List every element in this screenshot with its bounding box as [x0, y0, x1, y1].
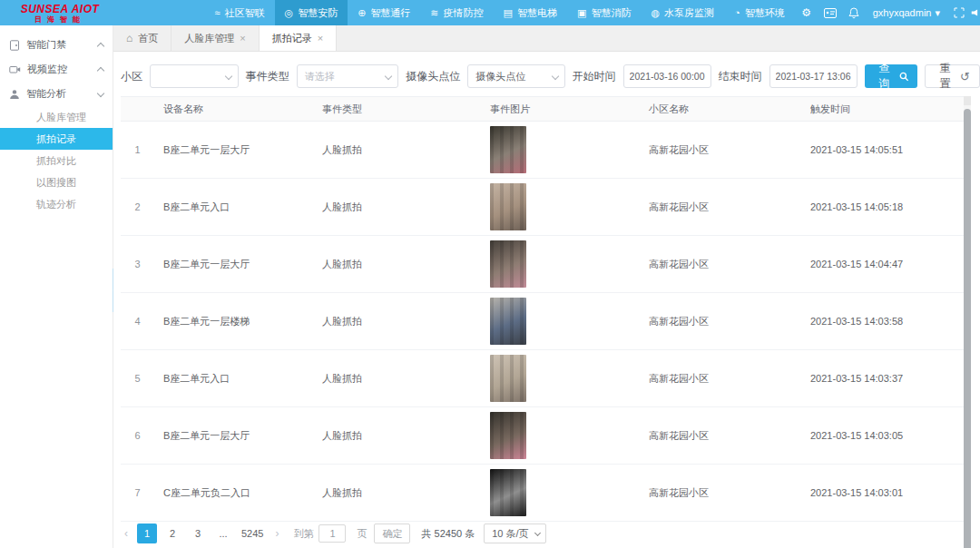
sidebar-group-door-access[interactable]: 智能门禁 — [0, 33, 113, 57]
page-ellipsis[interactable]: ... — [213, 524, 233, 543]
community-cell: 高新花园小区 — [640, 179, 801, 235]
scrollbar-thumb[interactable] — [964, 109, 971, 548]
start-time-input[interactable] — [623, 64, 711, 88]
nav-item-smart-elevator[interactable]: ▤ 智慧电梯 — [494, 0, 567, 25]
nav-label: 疫情防控 — [444, 6, 484, 20]
nav-label: 智慧环境 — [745, 6, 785, 20]
end-time-input[interactable] — [769, 64, 858, 88]
nav-item-smart-fire[interactable]: ▣ 智慧消防 — [567, 0, 641, 25]
sidebar-item-image-search[interactable]: 以图搜图 — [0, 171, 113, 193]
trigger-time-cell: 2021-03-15 14:03:58 — [801, 293, 964, 349]
event-image[interactable] — [490, 355, 526, 402]
scrollbar-up-arrow[interactable] — [964, 96, 971, 105]
pump-room-icon: ◍ — [651, 7, 660, 19]
community-column-header: 小区名称 — [640, 103, 801, 116]
camera-select-value: 摄像头点位 — [475, 70, 525, 83]
event-type-select-placeholder: 请选择 — [305, 70, 335, 83]
community-cell: 高新花园小区 — [640, 293, 801, 349]
device-name-column-header: 设备名称 — [154, 103, 313, 116]
event-image-cell — [481, 465, 640, 521]
event-image[interactable] — [490, 469, 526, 516]
megaphone-icon[interactable] — [971, 0, 980, 25]
id-card-icon[interactable] — [818, 0, 842, 25]
page-button-2[interactable]: 2 — [162, 524, 182, 543]
sidebar-item-label: 以图搜图 — [36, 176, 76, 190]
nav-item-smart-environment[interactable]: ◔ 智慧环境 — [724, 0, 795, 25]
event-image[interactable] — [490, 240, 526, 288]
sidebar-group-video-monitor[interactable]: 视频监控 — [0, 57, 113, 82]
brand-logo: SUNSEA AIOT 日海智能 — [0, 2, 120, 24]
sidebar-group-label: 智能门禁 — [26, 38, 92, 52]
event-image-cell — [481, 407, 640, 464]
event-type-cell: 人脸抓拍 — [313, 407, 481, 464]
row-index: 5 — [121, 350, 154, 406]
vertical-scrollbar[interactable] — [964, 96, 971, 548]
trigger-time-cell: 2021-03-15 14:05:18 — [801, 179, 964, 235]
confirm-button[interactable]: 确定 — [374, 524, 410, 543]
event-image-cell — [481, 293, 640, 349]
gear-icon[interactable]: ⚙ — [795, 0, 818, 25]
smart-elevator-icon: ▤ — [504, 7, 513, 19]
community-cell: 高新花园小区 — [640, 350, 801, 406]
community-select[interactable] — [150, 64, 239, 88]
table-row[interactable]: 4 B座二单元一层楼梯 人脸抓拍 高新花园小区 2021-03-15 14:03… — [121, 293, 964, 350]
table-row[interactable]: 5 B座二单元入口 人脸抓拍 高新花园小区 2021-03-15 14:03:3… — [121, 350, 964, 407]
tab-capture-records[interactable]: 抓拍记录 × — [260, 25, 337, 51]
sidebar-item-capture-records[interactable]: 抓拍记录 — [0, 128, 113, 150]
sidebar-item-capture-compare[interactable]: 抓拍对比 — [0, 150, 113, 171]
community-cell: 高新花园小区 — [640, 465, 801, 521]
table-row[interactable]: 1 B座二单元一层大厅 人脸抓拍 高新花园小区 2021-03-15 14:05… — [121, 122, 964, 179]
sidebar-item-trajectory-analysis[interactable]: 轨迹分析 — [0, 193, 113, 215]
page-button-1[interactable]: 1 — [137, 524, 157, 543]
prev-page-button[interactable]: ‹ — [121, 527, 132, 540]
page-size-select[interactable]: 10 条/页 — [484, 524, 545, 543]
brand-logo-line1: SUNSEA AIOT — [0, 4, 120, 15]
nav-item-smart-access[interactable]: ⊕ 智慧通行 — [348, 0, 420, 25]
close-icon[interactable]: × — [240, 33, 245, 44]
capture-records-table: 设备名称 事件类型 事件图片 小区名称 触发时间 1 B座二单元一层大厅 人脸抓… — [121, 96, 964, 522]
table-row[interactable]: 7 C座二单元负二入口 人脸抓拍 高新花园小区 2021-03-15 14:03… — [121, 465, 964, 522]
trigger-time-cell: 2021-03-15 14:03:01 — [801, 465, 964, 521]
page-button-last[interactable]: 5245 — [239, 524, 266, 543]
goto-page-input[interactable] — [318, 524, 346, 543]
nav-label: 水泵房监测 — [664, 6, 714, 20]
event-image[interactable] — [490, 298, 526, 345]
community-cell: 高新花园小区 — [640, 122, 801, 178]
table-row[interactable]: 3 B座二单元一层大厅 人脸抓拍 高新花园小区 2021-03-15 14:04… — [121, 236, 964, 293]
table-row[interactable]: 2 B座二单元入口 人脸抓拍 高新花园小区 2021-03-15 14:05:1… — [121, 179, 964, 236]
trigger-time-cell: 2021-03-15 14:05:51 — [801, 122, 964, 178]
sidebar-item-face-library[interactable]: 人脸库管理 — [0, 106, 113, 128]
reset-button[interactable]: 重置 ↺ — [925, 64, 980, 88]
page-size-value: 10 条/页 — [492, 527, 528, 541]
filter-bar: 小区 事件类型 请选择 摄像头点位 摄像头点位 开始时间 结束时间 查询 — [113, 53, 980, 89]
close-icon[interactable]: × — [318, 33, 323, 44]
fullscreen-icon[interactable] — [947, 0, 971, 25]
table-row[interactable]: 6 B座二单元一层大厅 人脸抓拍 高新花园小区 2021-03-15 14:03… — [121, 407, 964, 465]
event-type-column-header: 事件类型 — [313, 103, 481, 116]
event-image[interactable] — [490, 183, 526, 230]
bell-icon[interactable] — [842, 0, 866, 25]
camera-filter-label: 摄像头点位 — [406, 69, 460, 84]
query-button[interactable]: 查询 — [865, 64, 918, 88]
sidebar-group-smart-analysis[interactable]: 智能分析 — [0, 82, 113, 106]
nav-item-smart-security[interactable]: ◎ 智慧安防 — [275, 0, 348, 25]
event-image[interactable] — [490, 412, 526, 459]
sidebar-item-label: 抓拍记录 — [36, 132, 76, 146]
camera-select[interactable]: 摄像头点位 — [467, 64, 564, 88]
top-nav-menu: ≈ 社区智联 ◎ 智慧安防 ⊕ 智慧通行 ≋ 疫情防控 ▤ 智慧电梯 ▣ 智慧消… — [204, 0, 794, 25]
smart-environment-icon: ◔ — [734, 7, 740, 18]
sidebar-item-label: 轨迹分析 — [36, 198, 76, 211]
nav-item-community-iot[interactable]: ≈ 社区智联 — [204, 0, 274, 25]
community-filter-label: 小区 — [121, 69, 142, 84]
tab-home[interactable]: ⌂ 首页 — [113, 25, 172, 51]
page-button-3[interactable]: 3 — [188, 524, 208, 543]
event-type-select[interactable]: 请选择 — [297, 64, 398, 88]
sidebar-group-label: 智能分析 — [26, 87, 92, 101]
row-index: 1 — [121, 122, 154, 178]
next-page-button[interactable]: › — [271, 527, 282, 540]
nav-item-epidemic-control[interactable]: ≋ 疫情防控 — [420, 0, 493, 25]
user-menu[interactable]: gxhyxqadmin ▾ — [866, 7, 947, 19]
event-image[interactable] — [490, 126, 526, 173]
nav-item-pump-room-monitor[interactable]: ◍ 水泵房监测 — [641, 0, 724, 25]
tab-face-library[interactable]: 人脸库管理 × — [172, 25, 259, 51]
